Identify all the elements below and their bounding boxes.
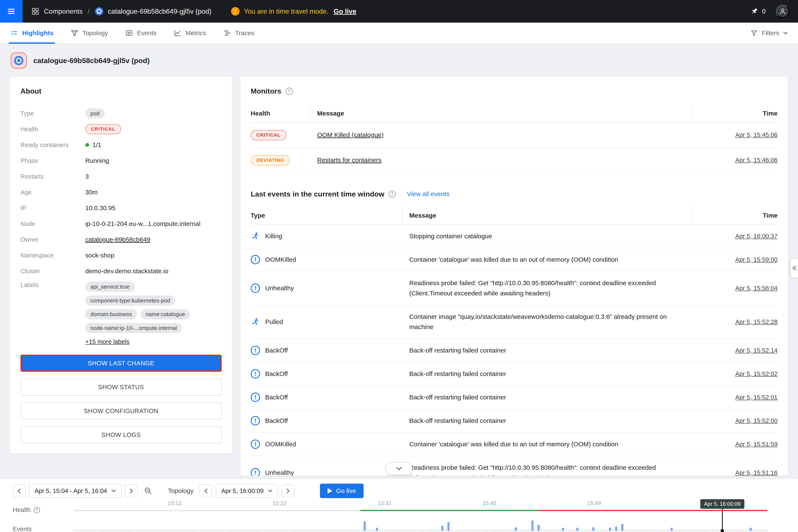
monitor-time-link[interactable]: Apr 5, 15:45:06	[735, 132, 778, 138]
timeline-plot[interactable]: Apr 5, 16:00:09 15:1315:2215:3115:4015:4…	[74, 499, 767, 532]
expand-timeline-button[interactable]	[385, 462, 413, 475]
events-help-icon[interactable]: ?	[388, 190, 396, 197]
pod-entity-icon	[10, 52, 27, 69]
breadcrumb-separator: /	[88, 7, 90, 15]
user-avatar-button[interactable]	[776, 4, 790, 18]
owner-link[interactable]: catalogue-69b58cb649	[85, 236, 150, 243]
event-time-cell: Apr 5, 15:51:59	[692, 433, 778, 456]
about-field: Clusterdemo-dev.demo.stackstate.io	[20, 263, 222, 279]
event-histogram-bar	[515, 527, 517, 531]
action-show-configuration-button[interactable]: SHOW CONFIGURATION	[20, 402, 222, 419]
monitors-help-icon[interactable]: ?	[286, 88, 293, 95]
breadcrumb-components[interactable]: Components	[31, 7, 82, 16]
tab-highlights[interactable]: Highlights	[10, 22, 54, 44]
health-segment-healthy	[360, 510, 538, 511]
event-message-text: Readiness probe failed: Get "http://10.0…	[409, 280, 656, 297]
event-type-cell: !OOMKilled	[251, 433, 402, 456]
timeline-axis-tick: 15:49	[587, 500, 601, 507]
events-row-label: Events	[13, 526, 32, 532]
time-range-select[interactable]: Apr 5, 15:04 - Apr 5, 16:04	[29, 484, 121, 498]
event-type-label: Unhealthy	[265, 283, 294, 293]
event-time-link[interactable]: Apr 5, 15:52:28	[735, 319, 778, 325]
event-time-link[interactable]: Apr 5, 15:59:00	[735, 256, 778, 263]
event-type-label: Unhealthy	[265, 468, 294, 476]
timeline-axis-tick: 15:40	[482, 500, 496, 507]
event-time-link[interactable]: Apr 5, 15:52:01	[735, 394, 778, 401]
monitor-time-link[interactable]: Apr 5, 15:46:06	[735, 157, 778, 164]
monitor-health-cell: CRITICAL	[251, 122, 310, 147]
zoom-out-button[interactable]	[144, 487, 153, 495]
filters-button[interactable]: Filters	[750, 29, 788, 37]
go-live-link[interactable]: Go live	[334, 7, 356, 15]
pinned-items-button[interactable]: 0	[750, 7, 766, 16]
view-all-events-link[interactable]: View all events	[407, 190, 450, 197]
event-type-cell: !Unhealthy	[251, 461, 402, 476]
tab-label: Events	[137, 30, 157, 37]
monitor-message-cell: Restarts for containers	[310, 148, 692, 172]
event-time-link[interactable]: Apr 5, 16:00:37	[735, 233, 778, 240]
topology-time-select[interactable]: Apr 5, 16:00:09	[216, 484, 278, 498]
event-time-link[interactable]: Apr 5, 15:52:00	[735, 417, 778, 424]
health-help-icon[interactable]: ?	[34, 507, 40, 513]
about-field-value: 30m	[85, 189, 222, 196]
event-time-link[interactable]: Apr 5, 15:52:02	[735, 370, 778, 377]
event-time-link[interactable]: Apr 5, 15:51:59	[735, 441, 778, 448]
field-value-text: sock-shop	[85, 252, 114, 259]
about-field-value: pod	[85, 108, 222, 119]
monitor-message-link[interactable]: OOM Killed (catalogue)	[317, 131, 384, 138]
action-show-last-change-button[interactable]: SHOW LAST CHANGE	[20, 355, 222, 372]
tab-traces[interactable]: Traces	[223, 22, 254, 44]
event-message-cell: Container 'catalogue' was killed due to …	[402, 433, 692, 456]
go-live-label: Go live	[336, 487, 356, 494]
timeline-axis-tick: 15:22	[272, 500, 286, 507]
event-time-cell: Apr 5, 15:52:02	[692, 362, 778, 385]
monitors-title: Monitors	[251, 87, 281, 95]
breadcrumb-entity-label: catalogue-69b58cb649-gjl5v (pod)	[108, 7, 211, 15]
chevron-left-icon	[204, 488, 208, 494]
event-time-link[interactable]: Apr 5, 15:51:16	[735, 469, 778, 476]
monitor-message-link[interactable]: Restarts for containers	[317, 156, 381, 164]
hamburger-menu-button[interactable]	[0, 0, 23, 23]
column-header-health: Health	[251, 104, 310, 122]
event-warning-icon: !	[251, 393, 260, 402]
health-segment-critical	[538, 510, 767, 511]
time-range-forward-button[interactable]	[125, 484, 138, 497]
about-field-label: Owner	[20, 236, 85, 243]
right-panel-collapse-handle[interactable]	[790, 258, 798, 278]
monitor-health-badge: DEVIATING	[251, 155, 290, 166]
time-range-back-button[interactable]	[13, 484, 25, 497]
about-field-label: Labels	[20, 282, 85, 289]
event-time-link[interactable]: Apr 5, 15:56:04	[735, 285, 778, 291]
event-message-text: Back-off restarting failed container	[409, 417, 506, 424]
event-row: !UnhealthyReadiness probe failed: Get "h…	[251, 271, 778, 305]
event-histogram-bar	[441, 526, 443, 531]
action-show-logs-button[interactable]: SHOW LOGS	[20, 426, 222, 443]
event-message-text: Stopping container catalogue	[409, 232, 492, 240]
about-field-value: 3	[85, 173, 222, 180]
details-card: Monitors ? Health Message Time CRITICALO…	[241, 77, 788, 476]
event-type-cell: !BackOff	[251, 409, 402, 432]
tab-events[interactable]: Events	[125, 22, 157, 44]
more-labels-link[interactable]: +15 more labels	[85, 338, 129, 345]
go-live-button[interactable]: Go live	[320, 483, 364, 498]
topology-time-back-button[interactable]	[200, 484, 212, 497]
tab-topology[interactable]: Topology	[71, 22, 108, 44]
topology-time-forward-button[interactable]	[282, 484, 294, 497]
field-value-text: 1/1	[93, 141, 101, 149]
label-badge: node-name:ip-10-...ompute.internal	[85, 323, 182, 334]
event-histogram-bar	[592, 527, 594, 531]
monitor-message-cell: OOM Killed (catalogue)	[310, 123, 692, 147]
action-show-status-button[interactable]: SHOW STATUS	[20, 379, 222, 396]
tab-metrics[interactable]: Metrics	[173, 22, 206, 44]
event-type-cell: !BackOff	[251, 339, 402, 362]
time-marker-line	[722, 509, 723, 531]
event-message-text: Back-off restarting failed container	[409, 347, 506, 354]
about-labels-field: Labels api_service:truecomponent-type:ku…	[20, 279, 222, 347]
breadcrumb-entity[interactable]: catalogue-69b58cb649-gjl5v (pod)	[95, 7, 211, 16]
time-marker-dot	[721, 529, 724, 532]
event-warning-icon: !	[251, 439, 260, 449]
event-type-cell: !BackOff	[251, 386, 402, 409]
event-time-link[interactable]: Apr 5, 15:52:14	[735, 347, 778, 354]
traces-icon	[223, 29, 231, 37]
chevron-down-icon	[396, 467, 402, 470]
